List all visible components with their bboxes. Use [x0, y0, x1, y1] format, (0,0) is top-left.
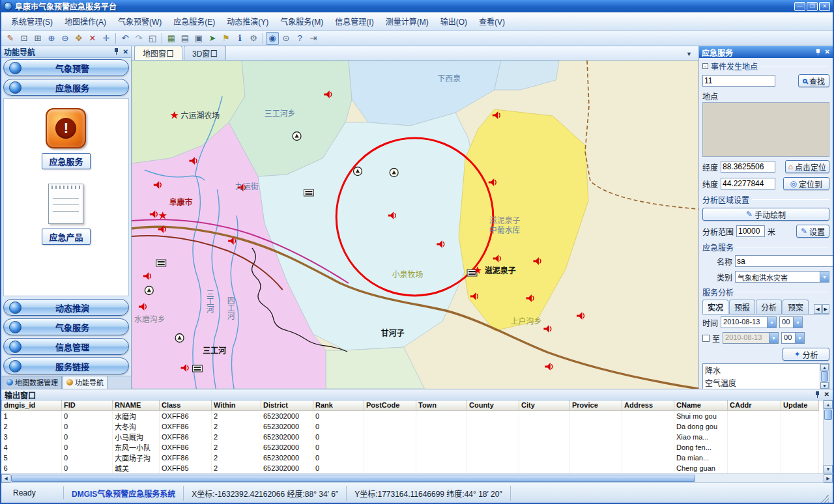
manual-draw-button[interactable]: ✎ 手动绘制: [702, 208, 829, 221]
table-row[interactable]: 20大冬沟OXFF8626523020000Da dong gou: [2, 421, 819, 432]
column-header[interactable]: Rank: [313, 400, 364, 410]
pin-icon[interactable]: [815, 49, 821, 56]
column-header[interactable]: dmgis_id: [2, 400, 62, 410]
table-row[interactable]: 50大面场子沟OXFF8626523020000Da mian...: [2, 453, 819, 463]
sidebar-item-service-links[interactable]: 服务链接: [3, 357, 129, 374]
column-header[interactable]: County: [467, 400, 519, 410]
scroll-thumb[interactable]: [821, 371, 828, 382]
column-header[interactable]: District: [261, 400, 313, 410]
shortcut-emergency-product[interactable]: 应急产品: [42, 184, 90, 245]
list-item[interactable]: 降水: [703, 364, 820, 376]
sidebar-item-info-management[interactable]: 信息管理: [3, 338, 129, 355]
start-hour-select[interactable]: 00▼: [779, 316, 803, 328]
name-input[interactable]: [735, 255, 833, 267]
column-header[interactable]: CAddr: [728, 400, 781, 410]
column-header[interactable]: RNAME: [113, 400, 160, 410]
map-canvas[interactable]: 下西泉 六运湖农场 三工河乡 九运街 阜康市 滋泥泉子 中葡水库 滋泥泉子 小泉…: [132, 61, 698, 389]
find-button[interactable]: 查找: [798, 74, 829, 87]
tab-scroll-left-icon[interactable]: ◀: [814, 304, 821, 314]
list-scrollbar[interactable]: ▲ ▼: [820, 364, 829, 389]
menu-item[interactable]: 动态推演(Y): [221, 13, 274, 29]
sidebar-item-emergency-service[interactable]: 应急服务: [3, 79, 129, 96]
scroll-right-icon[interactable]: ▶: [824, 474, 833, 483]
start-date-select[interactable]: 2010-08-13▼: [721, 316, 777, 328]
menu-item[interactable]: 气象服务(M): [274, 13, 329, 29]
snapshot-icon[interactable]: ▤: [179, 32, 192, 45]
edit-icon[interactable]: ✎: [4, 32, 17, 45]
end-time-checkbox[interactable]: [702, 335, 710, 342]
tab-plan[interactable]: 预案: [783, 300, 809, 314]
column-header[interactable]: City: [519, 400, 570, 410]
set-button[interactable]: ✎ 设置: [796, 225, 829, 238]
range-input[interactable]: [736, 225, 765, 237]
scroll-up-icon[interactable]: ▲: [820, 364, 829, 371]
column-header[interactable]: Provice: [570, 400, 622, 410]
place-list[interactable]: [702, 102, 829, 157]
zoom-select-icon[interactable]: ◱: [146, 32, 159, 45]
analyze-button[interactable]: ✦ 分析: [783, 348, 829, 361]
column-header[interactable]: Town: [416, 400, 467, 410]
close-icon[interactable]: ✕: [825, 49, 830, 55]
cancel-icon[interactable]: ✕: [86, 32, 99, 45]
sidebar-item-weather-warning[interactable]: 气象预警: [3, 59, 129, 76]
tab-function-nav[interactable]: 功能导航: [63, 376, 108, 389]
menu-item[interactable]: 查看(V): [473, 13, 511, 29]
sidebar-item-dynamic-simulation[interactable]: 动态推演: [3, 299, 129, 316]
menu-item[interactable]: 信息管理(I): [329, 13, 379, 29]
column-header[interactable]: CName: [674, 400, 728, 410]
locate-to-button[interactable]: ◎ 定位到: [783, 177, 830, 190]
longitude-input[interactable]: [721, 161, 775, 173]
scroll-down-icon[interactable]: ▼: [820, 382, 829, 389]
scroll-left-icon[interactable]: ◀: [1, 474, 10, 483]
export-icon[interactable]: ⇥: [307, 32, 320, 45]
tab-analyze[interactable]: 分析: [756, 300, 782, 314]
table-vertical-scrollbar[interactable]: ▲ ▼: [823, 400, 833, 473]
next-view-icon[interactable]: ↷: [132, 32, 145, 45]
tab-list-dropdown-icon[interactable]: ▼: [682, 51, 696, 60]
click-locate-button[interactable]: ⌂ 点击定位: [785, 160, 829, 173]
tab-forecast[interactable]: 预报: [729, 300, 755, 314]
scroll-thumb[interactable]: [11, 475, 695, 482]
table-row[interactable]: 30小马厩沟OXFF8626523020000Xiao ma...: [2, 432, 819, 442]
zoom-out-icon[interactable]: ⊖: [59, 32, 72, 45]
full-extent-icon[interactable]: ✛: [100, 32, 113, 45]
close-icon[interactable]: ✕: [824, 391, 829, 398]
restore-button[interactable]: ❐: [807, 2, 818, 11]
collapse-icon[interactable]: -: [702, 63, 708, 69]
pointer-icon[interactable]: ➤: [206, 32, 219, 45]
print-icon[interactable]: ▣: [192, 32, 205, 45]
close-button[interactable]: ✕: [819, 2, 830, 11]
column-header[interactable]: Within: [212, 400, 261, 410]
resize-grip[interactable]: [820, 494, 829, 503]
menu-item[interactable]: 气象预警(W): [112, 13, 167, 29]
visibility-icon[interactable]: ⊙: [280, 32, 293, 45]
type-select[interactable]: 气象和洪水灾害▼: [735, 271, 829, 283]
tab-map-data-management[interactable]: 地图数据管理: [3, 376, 62, 389]
menu-item[interactable]: 应急服务(E): [167, 13, 221, 29]
minimize-button[interactable]: —: [794, 2, 805, 11]
column-header[interactable]: Update: [781, 400, 819, 410]
flag-icon[interactable]: ⚑: [220, 32, 233, 45]
column-header[interactable]: FID: [62, 400, 113, 410]
map-image-icon[interactable]: ▦: [165, 32, 178, 45]
pin-icon[interactable]: [814, 391, 820, 399]
zoom-in-icon[interactable]: ⊕: [45, 32, 58, 45]
table-horizontal-scrollbar[interactable]: ◀ ▶: [1, 473, 833, 483]
info-icon[interactable]: ℹ: [233, 32, 246, 45]
column-header[interactable]: Address: [622, 400, 674, 410]
help-icon[interactable]: ?: [293, 32, 306, 45]
settings-gear-icon[interactable]: ⚙: [247, 32, 260, 45]
tab-3d-window[interactable]: 3D窗口: [184, 46, 226, 60]
tab-map-window[interactable]: 地图窗口: [134, 46, 182, 60]
pin-icon[interactable]: [113, 48, 119, 55]
table-row[interactable]: 10水磨沟OXFF8626523020000Shui mo gou: [2, 410, 819, 421]
table-row[interactable]: 40东风一小队OXFF8626523020000Dong fen...: [2, 442, 819, 453]
column-header[interactable]: PostCode: [364, 400, 416, 410]
sidebar-item-weather-service[interactable]: 气象服务: [3, 318, 129, 335]
scroll-down-icon[interactable]: ▼: [824, 465, 833, 473]
end-date-select[interactable]: 2010-08-13▼: [723, 332, 779, 344]
scroll-up-icon[interactable]: ▲: [824, 400, 833, 409]
column-header[interactable]: Class: [160, 400, 212, 410]
end-hour-select[interactable]: 00▼: [781, 332, 805, 344]
menu-item[interactable]: 输出(O): [435, 13, 473, 29]
